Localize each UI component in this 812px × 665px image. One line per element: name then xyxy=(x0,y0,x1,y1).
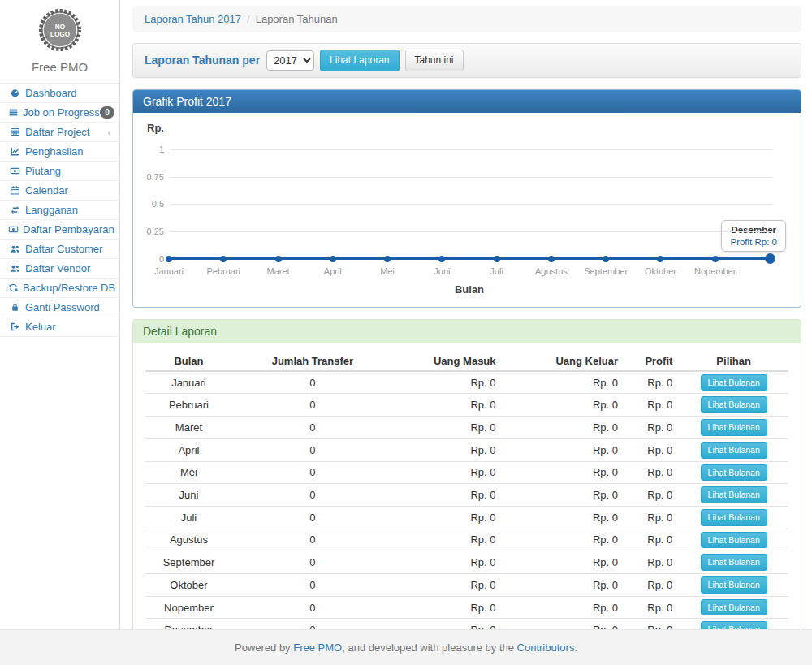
lock-icon xyxy=(8,302,21,313)
main-content: Laporan Tahun 2017/Laporan Tahunan Lapor… xyxy=(120,0,812,629)
calendar-icon xyxy=(8,185,21,196)
refresh-icon xyxy=(8,283,19,293)
cell-pilihan: Lihat Bulanan xyxy=(679,394,788,417)
profit-line-series xyxy=(169,257,770,260)
table-row: Pebruari0Rp. 0Rp. 0Rp. 0Lihat Bulanan xyxy=(145,394,788,417)
chart-point-desember[interactable] xyxy=(765,253,775,264)
cell-bulan: Nopember xyxy=(145,596,232,619)
retweet-icon xyxy=(8,205,21,215)
chart-point-agustus[interactable] xyxy=(548,256,555,262)
lihat-bulanan-button[interactable]: Lihat Bulanan xyxy=(701,599,767,616)
sidebar-item-penghasilan[interactable]: Penghasilan xyxy=(0,142,119,162)
cell-pilihan: Lihat Bulanan xyxy=(679,438,788,461)
cell-jumlah-transfer: 0 xyxy=(232,484,393,507)
lihat-laporan-button[interactable]: Lihat Laporan xyxy=(320,50,399,71)
cell-pilihan: Lihat Bulanan xyxy=(679,461,788,484)
chart-point-juni[interactable] xyxy=(438,256,445,262)
header-profit: Profit xyxy=(624,352,679,371)
lihat-bulanan-button[interactable]: Lihat Bulanan xyxy=(701,554,767,571)
chart-point-juli[interactable] xyxy=(494,256,500,262)
y-tick-label: 0 xyxy=(133,254,164,264)
breadcrumb-link-laporan-tahun[interactable]: Laporan Tahun 2017 xyxy=(145,13,241,25)
sidebar-item-langganan[interactable]: Langganan xyxy=(0,201,119,220)
cell-uang-keluar: Rp. 0 xyxy=(503,573,624,596)
sidebar-item-label: Daftar Project xyxy=(25,126,89,139)
sidebar-item-backup-restore-db[interactable]: Backup/Restore DB xyxy=(0,279,119,298)
cell-bulan: April xyxy=(145,438,232,461)
sidebar-item-label: Piutang xyxy=(25,165,61,178)
cell-jumlah-transfer: 0 xyxy=(232,506,393,529)
cell-pilihan: Lihat Bulanan xyxy=(679,484,788,507)
cell-uang-masuk: Rp. 0 xyxy=(393,573,503,596)
chart-point-oktober[interactable] xyxy=(657,256,663,262)
lihat-bulanan-button[interactable]: Lihat Bulanan xyxy=(701,532,767,549)
cell-uang-keluar: Rp. 0 xyxy=(503,438,624,461)
sidebar-item-dashboard[interactable]: Dashboard xyxy=(0,84,119,103)
cell-pilihan: Lihat Bulanan xyxy=(679,371,788,394)
profit-chart-panel: Grafik Profit 2017 Rp. Bulan Desember Pr… xyxy=(132,89,801,308)
chart-point-januari[interactable] xyxy=(166,256,172,262)
cell-uang-keluar: Rp. 0 xyxy=(503,417,624,439)
y-tick-label: 1 xyxy=(133,145,164,154)
cell-jumlah-transfer: 0 xyxy=(232,619,393,629)
header-uang-keluar: Uang Keluar xyxy=(503,352,624,371)
sidebar-item-label: Calendar xyxy=(25,184,68,197)
cell-uang-keluar: Rp. 0 xyxy=(503,461,624,484)
cell-jumlah-transfer: 0 xyxy=(232,596,393,619)
money-icon xyxy=(8,166,21,176)
sidebar-item-label: Penghasilan xyxy=(25,145,84,158)
lihat-bulanan-button[interactable]: Lihat Bulanan xyxy=(701,464,767,481)
sidebar-item-keluar[interactable]: Keluar xyxy=(0,317,119,337)
free-pmo-link[interactable]: Free PMO xyxy=(293,641,342,654)
lihat-bulanan-button[interactable]: Lihat Bulanan xyxy=(701,621,767,629)
chart-point-pebruari[interactable] xyxy=(220,256,227,262)
sidebar-item-daftar-vendor[interactable]: Daftar Vendor xyxy=(0,259,119,279)
table-header-row: Bulan Jumlah Transfer Uang Masuk Uang Ke… xyxy=(145,352,788,371)
chart-point-april[interactable] xyxy=(330,256,336,262)
chart-point-mei[interactable] xyxy=(384,256,391,262)
cell-uang-keluar: Rp. 0 xyxy=(503,529,624,551)
cell-pilihan: Lihat Bulanan xyxy=(679,551,788,574)
cell-profit: Rp. 0 xyxy=(624,394,679,417)
table-row: Januari0Rp. 0Rp. 0Rp. 0Lihat Bulanan xyxy=(145,371,788,394)
table-icon xyxy=(8,127,21,137)
lihat-bulanan-button[interactable]: Lihat Bulanan xyxy=(701,486,767,503)
cell-bulan: Agustus xyxy=(145,529,232,551)
table-row: Maret0Rp. 0Rp. 0Rp. 0Lihat Bulanan xyxy=(145,417,788,439)
lihat-bulanan-button[interactable]: Lihat Bulanan xyxy=(701,419,767,436)
lihat-bulanan-button[interactable]: Lihat Bulanan xyxy=(701,576,767,594)
x-axis-title: Bulan xyxy=(437,283,502,296)
chart-gridline xyxy=(171,231,773,232)
breadcrumb-separator: / xyxy=(247,13,250,25)
chart-point-september[interactable] xyxy=(603,256,609,262)
lihat-bulanan-button[interactable]: Lihat Bulanan xyxy=(701,509,767,526)
sidebar-item-piutang[interactable]: Piutang xyxy=(0,162,119,181)
cell-bulan: Desember xyxy=(145,619,232,629)
lihat-bulanan-button[interactable]: Lihat Bulanan xyxy=(701,442,767,459)
sidebar-item-calendar[interactable]: Calendar xyxy=(0,181,119,201)
cell-profit: Rp. 0 xyxy=(624,529,679,551)
cell-bulan: Mei xyxy=(145,461,232,484)
chart-point-maret[interactable] xyxy=(275,256,282,262)
header-pilihan: Pilihan xyxy=(679,352,788,371)
sidebar-item-daftar-pembayaran[interactable]: Daftar Pembayaran xyxy=(0,220,119,240)
chart-point-nopember[interactable] xyxy=(712,256,719,262)
sidebar-item-daftar-customer[interactable]: Daftar Customer xyxy=(0,240,119,259)
cell-bulan: Januari xyxy=(145,371,232,394)
sidebar: NO LOGO Free PMO DashboardJob on Progres… xyxy=(0,0,120,629)
cell-uang-masuk: Rp. 0 xyxy=(393,529,503,551)
sidebar-item-job-on-progress[interactable]: Job on Progress0 xyxy=(0,103,119,123)
svg-text:LOGO: LOGO xyxy=(50,31,70,38)
cell-pilihan: Lihat Bulanan xyxy=(679,417,788,439)
contributors-link[interactable]: Contributors xyxy=(517,641,575,654)
year-select[interactable]: 2017 xyxy=(266,50,314,71)
tahun-ini-button[interactable]: Tahun ini xyxy=(405,50,464,71)
cell-uang-masuk: Rp. 0 xyxy=(393,484,503,507)
lihat-bulanan-button[interactable]: Lihat Bulanan xyxy=(701,374,767,391)
sidebar-item-daftar-project[interactable]: Daftar Project‹ xyxy=(0,123,119,142)
sidebar-item-label: Job on Progress xyxy=(23,106,100,119)
sidebar-item-ganti-password[interactable]: Ganti Password xyxy=(0,298,119,317)
table-row: Desember0Rp. 0Rp. 0Rp. 0Lihat Bulanan xyxy=(145,619,788,629)
cell-jumlah-transfer: 0 xyxy=(232,438,393,461)
lihat-bulanan-button[interactable]: Lihat Bulanan xyxy=(701,396,767,413)
